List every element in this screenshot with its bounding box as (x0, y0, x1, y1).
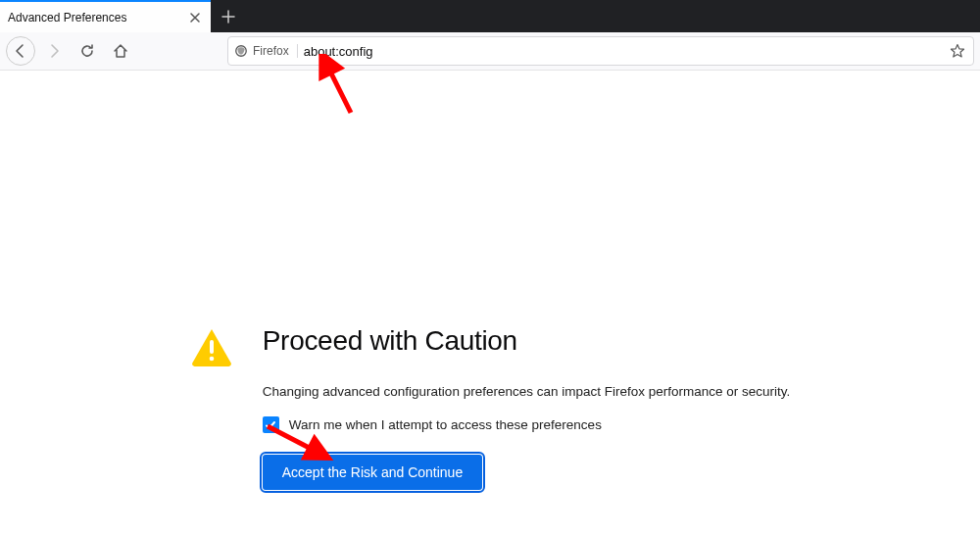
warning-text: Changing advanced configuration preferen… (263, 384, 791, 399)
reload-button[interactable] (73, 36, 102, 66)
nav-bar: Firefox about:config (0, 32, 980, 71)
firefox-brand-icon (234, 44, 248, 58)
site-identity[interactable]: Firefox (234, 44, 298, 58)
warning-heading: Proceed with Caution (263, 325, 791, 357)
page-content: Proceed with Caution Changing advanced c… (0, 71, 980, 490)
svg-point-2 (209, 357, 214, 362)
tab-title: Advanced Preferences (8, 11, 187, 24)
tab-bar: Advanced Preferences (0, 0, 980, 32)
accept-risk-button[interactable]: Accept the Risk and Continue (263, 455, 482, 490)
forward-button (39, 36, 69, 66)
url-text: about:config (304, 44, 942, 59)
site-identity-label: Firefox (253, 44, 289, 58)
warn-checkbox-row[interactable]: Warn me when I attempt to access these p… (263, 416, 791, 433)
new-tab-button[interactable] (211, 0, 246, 32)
warning-block: Proceed with Caution Changing advanced c… (190, 325, 791, 490)
warning-triangle-icon (190, 327, 233, 370)
active-tab[interactable]: Advanced Preferences (0, 0, 211, 32)
url-bar[interactable]: Firefox about:config (227, 36, 974, 66)
svg-rect-1 (210, 340, 214, 354)
browser-chrome: Advanced Preferences Firefox (0, 0, 980, 71)
warning-body: Proceed with Caution Changing advanced c… (263, 325, 791, 490)
warn-checkbox-label: Warn me when I attempt to access these p… (289, 417, 602, 432)
warn-checkbox[interactable] (263, 416, 279, 433)
close-icon[interactable] (187, 10, 203, 25)
back-button[interactable] (6, 36, 35, 66)
bookmark-star-icon[interactable] (948, 43, 967, 59)
home-button[interactable] (106, 36, 135, 66)
